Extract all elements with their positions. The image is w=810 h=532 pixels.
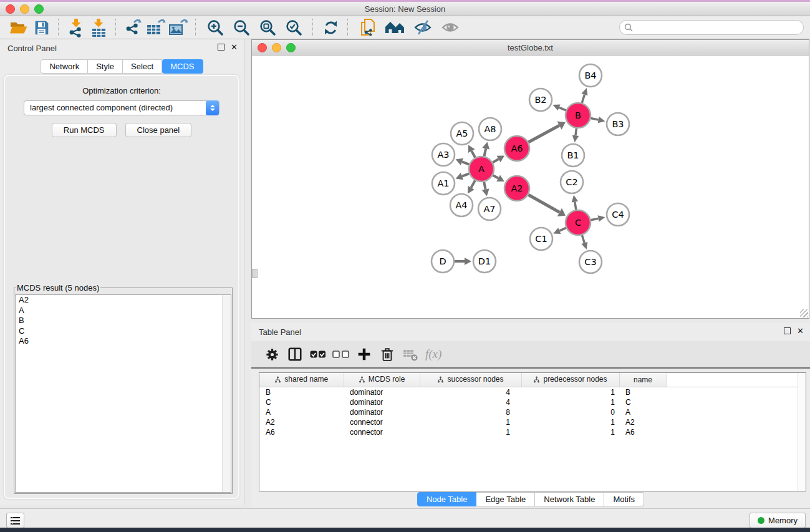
column-header-name[interactable]: name [619, 373, 667, 387]
graph-edge-C-C4[interactable] [591, 218, 599, 220]
graph-node-A[interactable]: A [469, 157, 494, 181]
graph-edge-A-A7[interactable] [484, 182, 485, 190]
zoom-fit-button[interactable] [254, 17, 281, 37]
show-panels-menu-button[interactable] [6, 513, 24, 528]
function-builder-button[interactable]: f(x) [425, 347, 441, 361]
zoom-out-button[interactable] [228, 17, 254, 37]
show-columns-button[interactable] [286, 345, 304, 364]
result-scrollbar[interactable] [222, 295, 231, 492]
network-canvas[interactable]: AA1A2A3A4A5A6A7A8BB1B2B3B4CC1C2C3C4DD1 [252, 56, 809, 318]
column-header-mcds-role[interactable]: MCDS role [344, 373, 420, 387]
tab-network[interactable]: Network [41, 59, 88, 74]
table-row[interactable]: Adominator80A [259, 407, 801, 417]
import-table-button[interactable] [87, 17, 110, 37]
close-panel-icon[interactable]: ✕ [231, 44, 238, 51]
graph-edge-A-A8[interactable] [484, 148, 486, 156]
mcds-result-item[interactable]: A6 [16, 336, 231, 347]
graph-edge-A-A1[interactable] [462, 173, 469, 176]
float-table-panel-icon[interactable] [784, 327, 791, 334]
graph-node-C3[interactable]: C3 [579, 251, 602, 273]
graph-node-A6[interactable]: A6 [504, 136, 529, 161]
column-header-successor-nodes[interactable]: successor nodes [420, 373, 521, 387]
table-scrollbar[interactable] [798, 373, 806, 491]
hide-selected-button[interactable] [409, 17, 436, 37]
mcds-result-item[interactable]: A [16, 306, 231, 316]
graph-edge-A-A6[interactable] [493, 159, 498, 162]
refresh-layout-button[interactable] [319, 17, 342, 37]
zoom-in-button[interactable] [202, 17, 228, 37]
zoom-selected-button[interactable] [281, 17, 307, 37]
table-row[interactable]: A6connector11A6 [259, 427, 801, 437]
save-session-button[interactable] [30, 17, 52, 37]
graph-edge-A-A2[interactable] [493, 175, 498, 178]
graph-node-B3[interactable]: B3 [607, 113, 629, 135]
criterion-dropdown[interactable]: largest connected component (directed) [24, 100, 219, 115]
tab-mcds[interactable]: MCDS [162, 59, 203, 74]
column-header-predecessor-nodes[interactable]: predecessor nodes [521, 373, 619, 387]
graph-edge-A-A4[interactable] [471, 180, 475, 188]
run-mcds-button[interactable]: Run MCDS [52, 123, 117, 137]
tab-motifs[interactable]: Motifs [604, 492, 644, 506]
float-panel-icon[interactable] [218, 44, 224, 51]
graph-edge-B-B3[interactable] [591, 118, 599, 120]
mcds-result-item[interactable]: A2 [16, 295, 231, 306]
graph-edge-B-B1[interactable] [576, 128, 576, 135]
show-all-button[interactable] [436, 17, 464, 37]
graph-edge-A-A5[interactable] [471, 151, 475, 157]
graph-edge-A-A3[interactable] [462, 162, 469, 164]
panel-resize-handle[interactable] [252, 269, 258, 278]
graph-node-C1[interactable]: C1 [530, 228, 552, 250]
close-table-panel-icon[interactable]: ✕ [797, 328, 804, 334]
table-settings-button[interactable] [263, 345, 281, 364]
select-all-button[interactable] [309, 345, 327, 364]
table-row[interactable]: Cdominator41C [259, 397, 801, 407]
graph-node-A3[interactable]: A3 [432, 143, 455, 166]
create-network-from-document-button[interactable] [354, 17, 382, 37]
close-panel-button[interactable]: Close panel [125, 123, 192, 137]
graph-edge-B-B2[interactable] [559, 107, 566, 110]
mcds-result-item[interactable]: C [16, 326, 231, 337]
tab-network-table[interactable]: Network Table [535, 492, 604, 506]
graph-node-A2[interactable]: A2 [504, 176, 529, 201]
export-image-button[interactable] [167, 17, 190, 37]
deselect-all-button[interactable] [332, 345, 350, 364]
graph-node-C4[interactable]: C4 [607, 203, 629, 226]
graph-node-D1[interactable]: D1 [473, 250, 496, 273]
column-header-shared-name[interactable]: shared name [259, 373, 344, 387]
graph-node-B[interactable]: B [566, 103, 591, 128]
window-resize-grip[interactable] [800, 309, 808, 317]
first-neighbors-button[interactable] [382, 17, 409, 37]
export-table-button[interactable] [145, 17, 167, 37]
memory-button[interactable]: Memory [750, 513, 806, 528]
graph-node-D[interactable]: D [432, 250, 454, 273]
graph-edge-C-C1[interactable] [559, 228, 566, 231]
delete-columns-button[interactable] [378, 345, 397, 364]
table-row[interactable]: Bdominator41B [259, 387, 801, 398]
graph-node-A5[interactable]: A5 [451, 122, 473, 145]
graph-node-C[interactable]: C [566, 210, 591, 235]
graph-node-A4[interactable]: A4 [450, 194, 473, 216]
graph-node-B2[interactable]: B2 [529, 89, 552, 111]
import-network-button[interactable] [65, 17, 87, 37]
export-network-button[interactable] [122, 17, 145, 37]
graph-edge-C-C3[interactable] [582, 235, 584, 243]
graph-edge-A6-B[interactable] [528, 125, 559, 142]
graph-edge-B-B4[interactable] [582, 95, 584, 103]
tab-select[interactable]: Select [123, 59, 162, 74]
graph-node-B1[interactable]: B1 [562, 144, 584, 167]
delete-table-button[interactable] [401, 345, 420, 364]
graph-node-C2[interactable]: C2 [561, 171, 583, 193]
tab-node-table[interactable]: Node Table [417, 492, 477, 506]
mcds-result-item[interactable]: B [16, 316, 231, 326]
tab-style[interactable]: Style [88, 59, 123, 74]
graph-edge-C-C2[interactable] [575, 202, 576, 210]
graph-edge-A2-C[interactable] [528, 195, 559, 212]
graph-node-B4[interactable]: B4 [579, 64, 602, 87]
graph-node-A8[interactable]: A8 [479, 118, 501, 140]
create-new-column-button[interactable] [355, 345, 374, 364]
graph-node-A1[interactable]: A1 [432, 172, 455, 195]
tab-edge-table[interactable]: Edge Table [476, 492, 535, 506]
graph-node-A7[interactable]: A7 [478, 198, 501, 220]
table-row[interactable]: A2connector11A2 [259, 417, 801, 427]
search-input[interactable] [619, 20, 804, 35]
